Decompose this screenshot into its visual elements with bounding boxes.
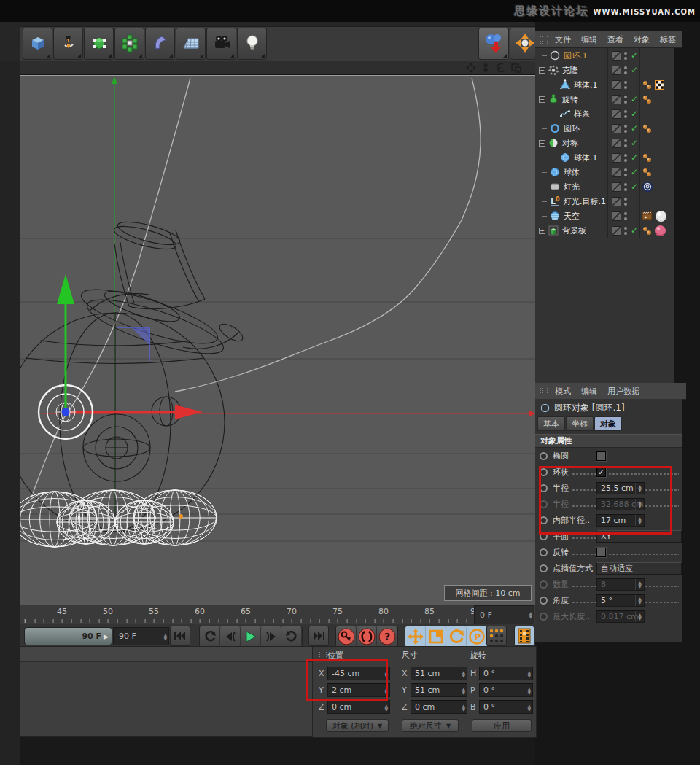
anim-toggle-icon[interactable] bbox=[540, 468, 548, 476]
am-menu-0[interactable]: 模式 bbox=[555, 386, 571, 397]
texture-pink-tag-icon[interactable] bbox=[654, 225, 666, 237]
object-name[interactable]: 球体.1 bbox=[574, 79, 598, 90]
dots-tag-icon[interactable] bbox=[642, 225, 653, 236]
enabled-check-icon[interactable]: ✓ bbox=[631, 138, 638, 148]
visibility-dots-icon[interactable] bbox=[624, 96, 627, 104]
anim-toggle-icon[interactable] bbox=[540, 484, 548, 492]
record-key-button[interactable] bbox=[336, 626, 357, 647]
array-generator-button[interactable] bbox=[114, 28, 144, 60]
record-help-button[interactable]: ? bbox=[377, 626, 397, 647]
dropdown[interactable]: 自动适应 bbox=[596, 562, 682, 575]
dots-tag-icon[interactable] bbox=[642, 152, 653, 163]
enabled-check-icon[interactable]: ✓ bbox=[631, 123, 638, 133]
visibility-dots-icon[interactable] bbox=[624, 227, 627, 235]
next-key-button[interactable] bbox=[281, 626, 302, 647]
coord-field-位置-X[interactable]: -45 cm▲▼ bbox=[327, 667, 390, 680]
spinner-arrows-icon[interactable]: ▲▼ bbox=[527, 701, 531, 713]
value-field[interactable]: 5 °▲▼ bbox=[596, 594, 645, 607]
tab-基本[interactable]: 基本 bbox=[537, 416, 565, 431]
layer-color-box[interactable] bbox=[612, 51, 621, 61]
visibility-dots-icon[interactable] bbox=[624, 110, 627, 118]
object-row[interactable]: −对称✓ bbox=[535, 136, 674, 150]
object-row[interactable]: 圆环✓ bbox=[535, 121, 674, 136]
om-menu-2[interactable]: 查看 bbox=[607, 34, 623, 45]
anim-toggle-icon[interactable] bbox=[540, 532, 548, 540]
object-name[interactable]: 克隆 bbox=[562, 65, 578, 76]
expand-icon[interactable]: + bbox=[539, 228, 545, 234]
layer-color-box[interactable] bbox=[612, 182, 621, 192]
coord-field-尺寸-Z[interactable]: 0 cm▲▼ bbox=[411, 700, 467, 714]
enabled-check-icon[interactable]: ✓ bbox=[631, 167, 638, 177]
object-row[interactable]: 球体.1✓ bbox=[535, 150, 674, 165]
bend-deformer-button[interactable] bbox=[145, 28, 175, 60]
spinner-arrows-icon[interactable]: ▲▼ bbox=[527, 684, 531, 696]
layer-color-box[interactable] bbox=[612, 124, 621, 133]
value-field[interactable]: 25.5 cm▲▼ bbox=[596, 482, 645, 494]
spinner-arrows-icon[interactable]: ▲▼ bbox=[462, 667, 465, 680]
goto-start-button[interactable] bbox=[170, 626, 190, 646]
tab-坐标[interactable]: 坐标 bbox=[566, 416, 594, 431]
value-field[interactable]: 32.688 cm▲▼ bbox=[596, 498, 645, 510]
object-name[interactable]: 灯光.目标.1 bbox=[564, 196, 606, 207]
object-row[interactable]: 球体.1 bbox=[535, 77, 674, 92]
checker-tag-icon[interactable] bbox=[654, 79, 665, 90]
viewport-nav-icons[interactable] bbox=[465, 62, 522, 76]
enabled-check-icon[interactable]: ✓ bbox=[631, 109, 638, 119]
texture-white-tag-icon[interactable] bbox=[655, 210, 667, 222]
om-menu-1[interactable]: 编辑 bbox=[581, 34, 597, 45]
spheres-down-arrow-button[interactable] bbox=[478, 28, 509, 60]
layer-color-box[interactable] bbox=[612, 66, 621, 75]
layer-color-box[interactable] bbox=[612, 95, 621, 104]
dropdown[interactable]: XY bbox=[596, 530, 682, 543]
value-field[interactable]: 8▲▼ bbox=[596, 578, 645, 591]
visibility-dots-icon[interactable] bbox=[624, 154, 627, 162]
key-pla-button[interactable] bbox=[486, 626, 507, 646]
spinner-arrows-icon[interactable]: ▲▼ bbox=[384, 667, 388, 680]
next-frame-button[interactable] bbox=[261, 626, 281, 647]
anim-toggle-icon[interactable] bbox=[540, 564, 548, 572]
coord-field-位置-Y[interactable]: 2 cm▲▼ bbox=[327, 683, 390, 697]
collapse-icon[interactable]: − bbox=[539, 96, 545, 103]
collapse-icon[interactable]: − bbox=[539, 140, 545, 147]
layer-color-box[interactable] bbox=[612, 109, 621, 119]
current-frame-field[interactable]: 90 F ▲▼ bbox=[113, 627, 169, 645]
anim-toggle-icon[interactable] bbox=[540, 500, 548, 508]
material-manager[interactable] bbox=[20, 646, 314, 737]
spinner-arrows-icon[interactable]: ▲▼ bbox=[384, 701, 388, 713]
anim-toggle-icon[interactable] bbox=[540, 613, 548, 621]
tab-对象[interactable]: 对象 bbox=[594, 416, 622, 431]
visibility-dots-icon[interactable] bbox=[624, 81, 627, 89]
coord-button-尺寸[interactable]: 绝对尺寸▼ bbox=[402, 719, 459, 732]
collapse-icon[interactable]: − bbox=[539, 67, 545, 74]
object-row[interactable]: 样条✓ bbox=[535, 106, 674, 121]
object-row[interactable]: 球体✓ bbox=[535, 165, 674, 179]
visibility-dots-icon[interactable] bbox=[624, 139, 627, 147]
anim-toggle-icon[interactable] bbox=[540, 548, 548, 556]
light-button[interactable] bbox=[237, 28, 267, 60]
enabled-check-icon[interactable]: ✓ bbox=[631, 50, 638, 61]
layer-color-box[interactable] bbox=[612, 139, 621, 148]
layer-color-box[interactable] bbox=[612, 153, 621, 163]
spinner-arrows-icon[interactable]: ▲▼ bbox=[635, 595, 644, 606]
object-name[interactable]: 天空 bbox=[564, 211, 580, 222]
film-button[interactable] bbox=[514, 626, 534, 646]
timeline-ruler[interactable]: 45505560657075808590 0 F ▲▼ bbox=[20, 605, 535, 625]
anim-toggle-icon[interactable] bbox=[540, 580, 548, 589]
record-auto-button[interactable] bbox=[357, 626, 377, 647]
prev-key-button[interactable] bbox=[200, 626, 220, 647]
drag-handle-icon[interactable] bbox=[540, 36, 548, 44]
visibility-dots-icon[interactable] bbox=[624, 168, 627, 176]
spinner-arrows-icon[interactable]: ▲▼ bbox=[635, 579, 644, 590]
key-rotation-button[interactable] bbox=[446, 626, 467, 647]
om-menu-3[interactable]: 对象 bbox=[634, 34, 650, 45]
object-name[interactable]: 背景板 bbox=[562, 225, 586, 236]
object-name[interactable]: 旋转 bbox=[562, 94, 578, 105]
goto-end-button[interactable] bbox=[308, 626, 329, 646]
spline-pen-button[interactable] bbox=[53, 28, 83, 60]
camera-button[interactable] bbox=[206, 28, 236, 60]
value-field[interactable]: 0.817 cm▲▼ bbox=[596, 610, 645, 623]
object-name[interactable]: 圆环 bbox=[564, 123, 580, 134]
object-row[interactable]: 灯光✓ bbox=[535, 179, 674, 194]
anim-toggle-icon[interactable] bbox=[540, 516, 548, 524]
layer-color-box[interactable] bbox=[612, 211, 621, 221]
